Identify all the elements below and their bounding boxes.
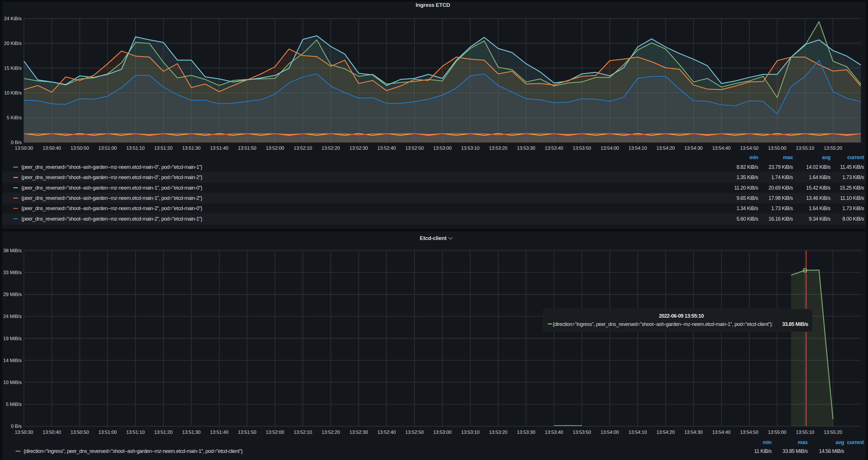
svg-text:13:54:10: 13:54:10 — [628, 430, 647, 435]
svg-text:max: max — [798, 439, 808, 445]
svg-text:13:52:00: 13:52:00 — [266, 430, 284, 435]
svg-text:13:53:50: 13:53:50 — [572, 430, 591, 435]
svg-text:{direction="ingress", peer_dns: {direction="ingress", peer_dns_reversed=… — [553, 321, 773, 327]
svg-text:10 MiB/s: 10 MiB/s — [3, 380, 22, 385]
svg-text:13:51:30: 13:51:30 — [182, 146, 200, 151]
svg-text:13:52:50: 13:52:50 — [405, 146, 424, 151]
svg-text:13:51:50: 13:51:50 — [238, 430, 256, 435]
svg-text:13:51:10: 13:51:10 — [126, 146, 145, 151]
svg-text:13:53:10: 13:53:10 — [461, 146, 479, 151]
svg-text:20.69 KiB/s: 20.69 KiB/s — [769, 185, 793, 191]
svg-text:Etcd-client: Etcd-client — [420, 235, 447, 241]
svg-text:38 MiB/s: 38 MiB/s — [3, 248, 22, 253]
svg-text:14.56 MiB/s: 14.56 MiB/s — [819, 448, 844, 454]
svg-text:33.85 MiB/s: 33.85 MiB/s — [782, 321, 808, 327]
svg-text:{peer_dns_reversed="shoot--ash: {peer_dns_reversed="shoot--ash-garden--m… — [21, 216, 203, 222]
svg-text:13:52:00: 13:52:00 — [266, 146, 284, 151]
svg-text:avg: avg — [822, 155, 831, 160]
svg-text:max: max — [783, 155, 793, 160]
svg-text:1.34 KiB/s: 1.34 KiB/s — [737, 206, 758, 211]
svg-text:13:55:00: 13:55:00 — [768, 430, 786, 435]
svg-text:min: min — [749, 155, 758, 160]
svg-text:11 KiB/s: 11 KiB/s — [754, 448, 772, 454]
svg-text:15.42 KiB/s: 15.42 KiB/s — [806, 185, 831, 191]
svg-text:13:50:50: 13:50:50 — [70, 430, 89, 435]
svg-text:13:54:30: 13:54:30 — [684, 430, 703, 435]
svg-text:13:53:20: 13:53:20 — [489, 146, 507, 151]
svg-text:13:53:40: 13:53:40 — [545, 146, 563, 151]
svg-text:13:54:00: 13:54:00 — [600, 430, 619, 435]
svg-text:avg: avg — [836, 439, 844, 445]
svg-text:13:51:00: 13:51:00 — [98, 146, 117, 151]
svg-text:13:54:50: 13:54:50 — [740, 146, 759, 151]
svg-text:13:50:50: 13:50:50 — [70, 146, 89, 151]
svg-text:19 MiB/s: 19 MiB/s — [3, 336, 22, 341]
svg-text:5 MiB/s: 5 MiB/s — [6, 402, 22, 407]
svg-text:13:52:40: 13:52:40 — [377, 430, 396, 435]
svg-text:13:53:10: 13:53:10 — [461, 430, 479, 435]
svg-text:24 MiB/s: 24 MiB/s — [3, 314, 22, 319]
svg-text:13:51:20: 13:51:20 — [154, 430, 173, 435]
svg-text:13:50:40: 13:50:40 — [43, 146, 61, 151]
svg-text:13.46 KiB/s: 13.46 KiB/s — [806, 195, 831, 201]
svg-text:1.73 KiB/s: 1.73 KiB/s — [771, 206, 793, 211]
svg-text:13:51:20: 13:51:20 — [154, 146, 173, 151]
svg-text:5 KiB/s: 5 KiB/s — [7, 115, 22, 120]
svg-text:{peer_dns_reversed="shoot--ash: {peer_dns_reversed="shoot--ash-garden--m… — [21, 175, 203, 181]
svg-text:13:55:10: 13:55:10 — [796, 430, 814, 435]
svg-text:13:54:00: 13:54:00 — [600, 146, 619, 151]
svg-text:1.74 KiB/s: 1.74 KiB/s — [771, 175, 793, 180]
svg-text:13:52:20: 13:52:20 — [321, 146, 340, 151]
svg-text:20 KiB/s: 20 KiB/s — [4, 41, 22, 46]
svg-text:13:50:30: 13:50:30 — [15, 430, 33, 435]
svg-text:{peer_dns_reversed="shoot--ash: {peer_dns_reversed="shoot--ash-garden--m… — [21, 164, 203, 170]
svg-text:13:52:20: 13:52:20 — [321, 430, 340, 435]
svg-text:9.34 KiB/s: 9.34 KiB/s — [809, 216, 831, 222]
svg-text:{direction="ingress", peer_dns: {direction="ingress", peer_dns_reversed=… — [24, 448, 243, 454]
svg-text:13:52:30: 13:52:30 — [349, 146, 368, 151]
svg-text:13:54:10: 13:54:10 — [628, 146, 647, 151]
svg-text:13:54:40: 13:54:40 — [712, 146, 731, 151]
svg-text:24 KiB/s: 24 KiB/s — [4, 16, 22, 21]
svg-text:{peer_dns_reversed="shoot--ash: {peer_dns_reversed="shoot--ash-garden--m… — [21, 195, 203, 201]
svg-text:13:53:00: 13:53:00 — [433, 430, 452, 435]
svg-text:13:52:10: 13:52:10 — [294, 146, 312, 151]
svg-text:13:54:20: 13:54:20 — [656, 430, 675, 435]
svg-text:5.60 KiB/s: 5.60 KiB/s — [737, 216, 758, 222]
svg-text:1.73 KiB/s: 1.73 KiB/s — [842, 206, 864, 211]
svg-text:13:51:10: 13:51:10 — [126, 430, 145, 435]
svg-text:13:51:30: 13:51:30 — [182, 430, 200, 435]
svg-text:0 B/s: 0 B/s — [11, 140, 22, 145]
svg-text:{peer_dns_reversed="shoot--ash: {peer_dns_reversed="shoot--ash-garden--m… — [21, 185, 203, 191]
svg-text:15.25 KiB/s: 15.25 KiB/s — [840, 185, 864, 191]
svg-text:16.16 KiB/s: 16.16 KiB/s — [769, 216, 793, 222]
svg-text:10 KiB/s: 10 KiB/s — [4, 90, 22, 96]
svg-text:13:54:50: 13:54:50 — [740, 430, 759, 435]
svg-text:1.64 KiB/s: 1.64 KiB/s — [809, 206, 831, 211]
svg-text:23.79 KiB/s: 23.79 KiB/s — [769, 164, 793, 170]
svg-text:13:55:20: 13:55:20 — [824, 430, 842, 435]
svg-text:13:52:40: 13:52:40 — [377, 146, 396, 151]
svg-text:1.64 KiB/s: 1.64 KiB/s — [809, 175, 831, 180]
svg-text:33.85 MiB/s: 33.85 MiB/s — [783, 448, 808, 454]
svg-text:15 KiB/s: 15 KiB/s — [4, 65, 22, 71]
svg-text:14 MiB/s: 14 MiB/s — [3, 358, 22, 363]
svg-text:13:51:00: 13:51:00 — [98, 430, 117, 435]
svg-text:{peer_dns_reversed="shoot--ash: {peer_dns_reversed="shoot--ash-garden--m… — [21, 206, 203, 212]
svg-text:13:54:20: 13:54:20 — [656, 146, 675, 151]
svg-text:13:51:40: 13:51:40 — [210, 146, 228, 151]
svg-text:13:54:40: 13:54:40 — [712, 430, 731, 435]
svg-text:13:53:30: 13:53:30 — [517, 146, 535, 151]
svg-text:13:55:00: 13:55:00 — [768, 146, 786, 151]
svg-text:current: current — [847, 439, 864, 445]
svg-text:1.35 KiB/s: 1.35 KiB/s — [737, 175, 758, 180]
svg-text:13:54:30: 13:54:30 — [684, 146, 703, 151]
svg-text:13:52:50: 13:52:50 — [405, 430, 424, 435]
svg-text:33 MiB/s: 33 MiB/s — [3, 270, 22, 275]
svg-text:8.00 KiB/s: 8.00 KiB/s — [842, 216, 864, 222]
svg-text:13:52:10: 13:52:10 — [294, 430, 312, 435]
svg-text:13:51:40: 13:51:40 — [210, 430, 228, 435]
svg-text:13:52:30: 13:52:30 — [349, 430, 368, 435]
svg-text:17.98 KiB/s: 17.98 KiB/s — [769, 195, 793, 201]
svg-text:13:53:50: 13:53:50 — [572, 146, 591, 151]
